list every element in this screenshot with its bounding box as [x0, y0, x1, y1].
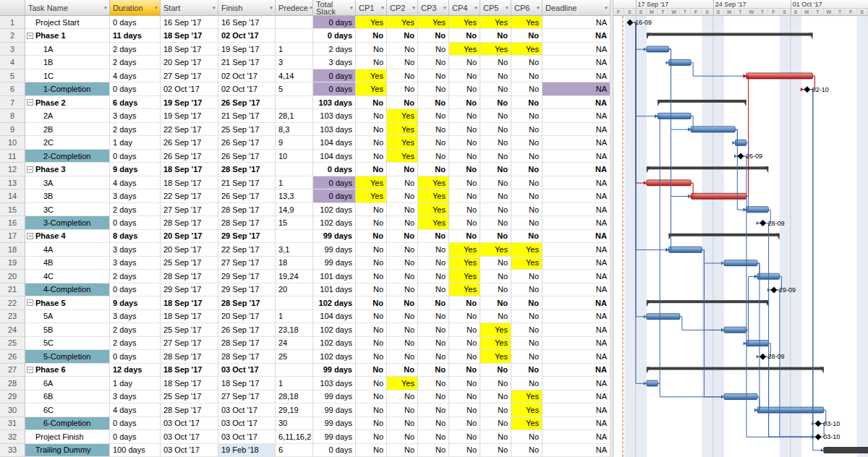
row-number[interactable]: 32: [0, 430, 25, 443]
deadline-cell[interactable]: NA: [542, 390, 610, 403]
cp6-cell[interactable]: No: [511, 29, 542, 42]
cp6-cell[interactable]: No: [511, 444, 542, 457]
finish-cell[interactable]: 19 Feb '18: [218, 444, 276, 457]
task-name-cell[interactable]: 5B: [25, 323, 110, 336]
filter-arrow-icon[interactable]: ▼: [349, 4, 354, 12]
start-cell[interactable]: 18 Sep '17: [161, 296, 218, 309]
cp6-cell[interactable]: No: [511, 283, 542, 296]
slack-cell[interactable]: 0 days: [313, 163, 356, 176]
filter-arrow-icon[interactable]: ▼: [442, 4, 447, 12]
cp2-cell[interactable]: No: [387, 337, 418, 350]
cp3-cell[interactable]: No: [418, 403, 449, 417]
cp5-cell[interactable]: No: [480, 270, 511, 283]
cp2-cell[interactable]: No: [387, 96, 418, 109]
cp3-cell[interactable]: No: [418, 136, 449, 149]
cp1-cell[interactable]: No: [356, 96, 387, 109]
row-number[interactable]: 6: [0, 82, 25, 95]
deadline-cell[interactable]: NA: [542, 216, 610, 229]
column-header-slack[interactable]: Total Slack▼: [313, 0, 356, 16]
slack-cell[interactable]: 3 days: [313, 56, 356, 69]
cp5-cell[interactable]: No: [480, 390, 511, 403]
duration-cell[interactable]: 2 days: [110, 123, 161, 136]
duration-cell[interactable]: 9 days: [110, 163, 161, 176]
cp5-cell[interactable]: No: [480, 163, 511, 176]
row-number[interactable]: 20: [0, 270, 25, 283]
task-name-cell[interactable]: −Phase 1: [25, 29, 110, 42]
slack-cell[interactable]: 0 days: [313, 189, 356, 202]
cp6-cell[interactable]: No: [511, 82, 542, 95]
cp2-cell[interactable]: No: [387, 350, 418, 363]
column-header-cp6[interactable]: CP6▼: [511, 0, 542, 16]
task-bar[interactable]: [647, 380, 658, 386]
finish-cell[interactable]: 27 Sep '17: [218, 390, 276, 403]
row-number[interactable]: 17: [0, 230, 25, 243]
duration-cell[interactable]: 3 days: [110, 257, 161, 270]
row-number[interactable]: 2: [0, 29, 25, 42]
row-number[interactable]: 26: [0, 350, 25, 363]
deadline-cell[interactable]: NA: [542, 377, 610, 390]
cp6-cell[interactable]: Yes: [511, 257, 542, 270]
cp2-cell[interactable]: No: [387, 417, 418, 430]
pred-cell[interactable]: 10: [276, 150, 313, 163]
task-name-cell[interactable]: 5-Completion: [25, 350, 110, 363]
cp6-cell[interactable]: Yes: [511, 43, 542, 56]
cp1-cell[interactable]: No: [356, 444, 387, 457]
cp1-cell[interactable]: No: [356, 337, 387, 350]
pred-cell[interactable]: 18: [276, 257, 313, 270]
cp2-cell[interactable]: No: [387, 283, 418, 296]
cp2-cell[interactable]: Yes: [387, 377, 418, 390]
cp3-cell[interactable]: No: [418, 96, 449, 109]
slack-cell[interactable]: 0 days: [313, 444, 356, 457]
cp1-cell[interactable]: No: [356, 257, 387, 270]
pred-cell[interactable]: 1: [276, 176, 313, 189]
filter-arrow-icon[interactable]: ▼: [308, 4, 313, 12]
cp3-cell[interactable]: No: [418, 296, 449, 309]
cp5-cell[interactable]: Yes: [480, 337, 511, 350]
row-number[interactable]: 21: [0, 283, 25, 296]
pred-cell[interactable]: 1: [276, 310, 313, 323]
finish-cell[interactable]: 03 Oct '17: [218, 430, 276, 443]
cp4-cell[interactable]: No: [449, 163, 480, 176]
start-cell[interactable]: 25 Sep '17: [161, 323, 218, 336]
cp5-cell[interactable]: No: [480, 123, 511, 136]
duration-cell[interactable]: 8 days: [110, 230, 161, 243]
start-cell[interactable]: 16 Sep '17: [161, 16, 218, 29]
cp5-cell[interactable]: No: [480, 96, 511, 109]
start-cell[interactable]: 25 Sep '17: [161, 257, 218, 270]
duration-cell[interactable]: 4 days: [110, 403, 161, 417]
cp2-cell[interactable]: Yes: [387, 123, 418, 136]
task-name-cell[interactable]: 6-Completion: [25, 417, 110, 430]
slack-cell[interactable]: 0 days: [313, 82, 356, 95]
duration-cell[interactable]: 0 days: [110, 216, 161, 229]
deadline-cell[interactable]: NA: [542, 323, 610, 336]
collapse-icon[interactable]: −: [27, 299, 33, 306]
slack-cell[interactable]: 103 days: [313, 123, 356, 136]
cp2-cell[interactable]: No: [387, 270, 418, 283]
start-cell[interactable]: 19 Sep '17: [161, 109, 218, 122]
cp5-cell[interactable]: No: [480, 377, 511, 390]
cp5-cell[interactable]: No: [480, 310, 511, 323]
cp4-cell[interactable]: No: [449, 96, 480, 109]
cp5-cell[interactable]: Yes: [480, 243, 511, 256]
cp5-cell[interactable]: No: [480, 189, 511, 202]
cp6-cell[interactable]: No: [511, 350, 542, 363]
pred-cell[interactable]: [276, 29, 313, 42]
cp5-cell[interactable]: No: [480, 82, 511, 95]
cp3-cell[interactable]: No: [418, 257, 449, 270]
cp4-cell[interactable]: Yes: [449, 243, 480, 256]
duration-cell[interactable]: 3 days: [110, 189, 161, 202]
cp6-cell[interactable]: No: [511, 96, 542, 109]
task-name-cell[interactable]: 4B: [25, 257, 110, 270]
cp5-cell[interactable]: No: [480, 444, 511, 457]
cp6-cell[interactable]: Yes: [511, 243, 542, 256]
finish-cell[interactable]: 26 Sep '17: [218, 323, 276, 336]
deadline-cell[interactable]: NA: [542, 283, 610, 296]
slack-cell[interactable]: 103 days: [313, 109, 356, 122]
filter-arrow-icon[interactable]: ▼: [473, 4, 478, 12]
pred-cell[interactable]: 8,3: [276, 123, 313, 136]
duration-cell[interactable]: 2 days: [110, 43, 161, 56]
cp3-cell[interactable]: No: [418, 390, 449, 403]
duration-cell[interactable]: 2 days: [110, 203, 161, 216]
pred-cell[interactable]: 3,1: [276, 243, 313, 256]
cp6-cell[interactable]: No: [511, 364, 542, 377]
